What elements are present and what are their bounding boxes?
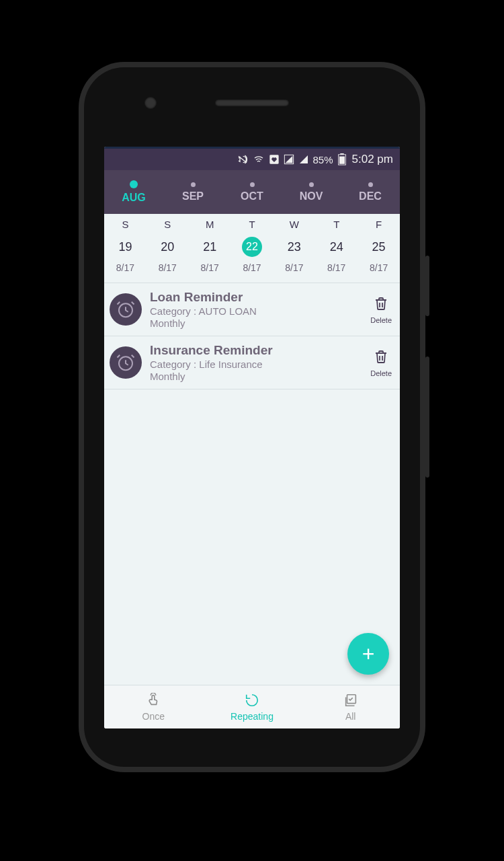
tab-label: All bbox=[345, 711, 356, 722]
tab-repeating[interactable]: Repeating bbox=[203, 685, 302, 728]
day-cell[interactable]: 25 bbox=[358, 231, 400, 262]
list-item[interactable]: Loan Reminder Category : AUTO LOAN Month… bbox=[104, 283, 400, 336]
month-tab-oct[interactable]: OCT bbox=[222, 170, 282, 214]
plus-icon: + bbox=[362, 642, 375, 667]
day-cell[interactable]: 20 bbox=[146, 231, 189, 262]
weekday-cell: F bbox=[358, 214, 400, 231]
day-sub: 8/17 bbox=[104, 262, 146, 283]
day-sub: 8/17 bbox=[189, 262, 231, 283]
month-tabs: AUG SEP OCT NOV DEC bbox=[104, 170, 400, 214]
vibrate-icon bbox=[237, 154, 249, 165]
day-row: 19 20 21 22 23 24 25 bbox=[104, 231, 400, 262]
alarm-clock-icon bbox=[110, 346, 142, 379]
day-cell[interactable]: 23 bbox=[273, 231, 315, 262]
day-cell-selected[interactable]: 22 bbox=[231, 231, 274, 262]
delete-button[interactable]: Delete bbox=[370, 348, 392, 377]
signal-2-icon bbox=[298, 154, 309, 165]
month-tab-sep[interactable]: SEP bbox=[163, 170, 222, 214]
item-body: Insurance Reminder Category : Life Insur… bbox=[150, 343, 370, 382]
trash-icon bbox=[373, 295, 389, 315]
trash-icon bbox=[373, 348, 389, 368]
checklist-icon bbox=[343, 693, 358, 710]
month-tab-nov[interactable]: NOV bbox=[282, 170, 341, 214]
delete-label: Delete bbox=[370, 369, 392, 377]
list-item[interactable]: Insurance Reminder Category : Life Insur… bbox=[104, 336, 400, 389]
tap-icon bbox=[146, 693, 161, 710]
month-label: DEC bbox=[359, 190, 382, 202]
weekday-row: S S M T W T F bbox=[104, 214, 400, 231]
item-category: Category : Life Insurance bbox=[150, 359, 370, 370]
speaker-grille bbox=[215, 100, 289, 106]
side-button-bottom bbox=[425, 357, 429, 478]
item-category: Category : AUTO LOAN bbox=[150, 305, 370, 317]
screen: 85% 5:02 pm AUG SEP OCT NOV DEC S S M T … bbox=[104, 147, 400, 728]
weekday-cell: T bbox=[315, 214, 358, 231]
month-dot bbox=[250, 182, 255, 187]
clock-label: 5:02 pm bbox=[352, 153, 393, 166]
tab-label: Once bbox=[142, 711, 165, 722]
item-body: Loan Reminder Category : AUTO LOAN Month… bbox=[150, 290, 370, 329]
heart-app-icon bbox=[269, 154, 280, 165]
day-cell[interactable]: 21 bbox=[189, 231, 231, 262]
weekday-cell: T bbox=[231, 214, 274, 231]
month-tab-dec[interactable]: DEC bbox=[341, 170, 400, 214]
month-dot bbox=[368, 182, 373, 187]
month-label: AUG bbox=[122, 192, 146, 204]
month-dot bbox=[309, 182, 314, 187]
weekday-cell: M bbox=[189, 214, 231, 231]
day-sub: 8/17 bbox=[231, 262, 274, 283]
day-sub: 8/17 bbox=[358, 262, 400, 283]
tab-once[interactable]: Once bbox=[104, 685, 203, 728]
weekday-cell: S bbox=[104, 214, 146, 231]
month-label: SEP bbox=[182, 190, 204, 202]
item-title: Insurance Reminder bbox=[150, 343, 370, 358]
wifi-icon bbox=[253, 154, 265, 165]
day-cell[interactable]: 24 bbox=[315, 231, 358, 262]
repeat-icon bbox=[245, 693, 259, 710]
signal-1-icon bbox=[284, 154, 294, 165]
day-sub: 8/17 bbox=[146, 262, 189, 283]
month-dot bbox=[191, 182, 196, 187]
day-sub-row: 8/17 8/17 8/17 8/17 8/17 8/17 8/17 bbox=[104, 262, 400, 283]
status-bar: 85% 5:02 pm bbox=[104, 147, 400, 170]
phone-frame: 85% 5:02 pm AUG SEP OCT NOV DEC S S M T … bbox=[84, 67, 420, 767]
alarm-clock-icon bbox=[110, 293, 142, 326]
tab-label: Repeating bbox=[230, 711, 274, 722]
tab-all[interactable]: All bbox=[301, 685, 400, 728]
delete-button[interactable]: Delete bbox=[370, 295, 392, 324]
item-frequency: Monthly bbox=[150, 317, 370, 329]
month-dot bbox=[130, 180, 138, 188]
day-cell[interactable]: 19 bbox=[104, 231, 146, 262]
bottom-tabs: Once Repeating All bbox=[104, 685, 400, 728]
svg-rect-4 bbox=[339, 157, 345, 164]
battery-pct-label: 85% bbox=[313, 154, 333, 165]
reminder-list: Loan Reminder Category : AUTO LOAN Month… bbox=[104, 283, 400, 389]
month-label: OCT bbox=[241, 190, 263, 202]
front-camera bbox=[144, 97, 157, 109]
weekday-cell: S bbox=[146, 214, 189, 231]
day-sub: 8/17 bbox=[315, 262, 358, 283]
item-frequency: Monthly bbox=[150, 371, 370, 382]
delete-label: Delete bbox=[370, 316, 392, 324]
month-tab-aug[interactable]: AUG bbox=[104, 170, 163, 214]
side-button-top bbox=[425, 256, 429, 316]
add-button[interactable]: + bbox=[347, 633, 389, 675]
month-label: NOV bbox=[300, 190, 323, 202]
battery-icon bbox=[337, 153, 347, 165]
day-sub: 8/17 bbox=[273, 262, 315, 283]
item-title: Loan Reminder bbox=[150, 290, 370, 305]
weekday-cell: W bbox=[273, 214, 315, 231]
